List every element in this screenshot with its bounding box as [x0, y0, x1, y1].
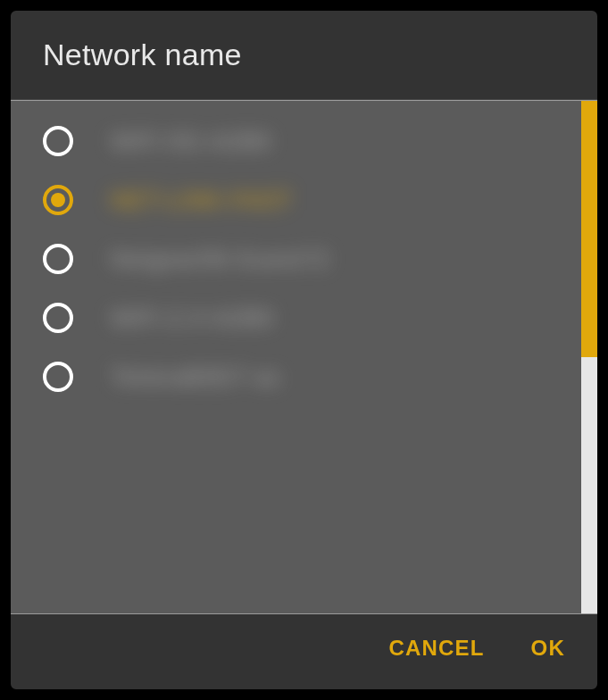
radio-icon[interactable] — [43, 185, 73, 215]
network-label: NET-LINK-FAST — [111, 187, 293, 214]
network-list-item[interactable]: WiFi-2.4-A2B9 — [11, 288, 581, 347]
network-list-item[interactable]: Netgear58-Guest72 — [11, 229, 581, 288]
radio-icon[interactable] — [43, 126, 73, 156]
dialog-title: Network name — [43, 38, 565, 72]
radio-icon[interactable] — [43, 244, 73, 274]
network-list-container: WiFi-5G-A2B9 NET-LINK-FAST Netgear58-Gue… — [11, 100, 597, 614]
network-label: WiFi-5G-A2B9 — [111, 128, 271, 155]
network-label: Netgear58-Guest72 — [111, 246, 329, 273]
network-label: TelstraB9D7-ac — [111, 363, 282, 391]
radio-icon[interactable] — [43, 303, 73, 333]
network-name-dialog: Network name WiFi-5G-A2B9 NET-LINK-FAST … — [9, 9, 599, 691]
network-list-item[interactable]: NET-LINK-FAST — [11, 171, 581, 229]
cancel-button[interactable]: CANCEL — [388, 636, 484, 661]
dialog-actions: CANCEL OK — [11, 614, 597, 689]
ok-button[interactable]: OK — [531, 636, 565, 661]
network-list[interactable]: WiFi-5G-A2B9 NET-LINK-FAST Netgear58-Gue… — [11, 101, 581, 613]
network-label: WiFi-2.4-A2B9 — [111, 304, 273, 332]
dialog-header: Network name — [11, 11, 597, 100]
scrollbar-track[interactable] — [581, 101, 597, 613]
network-list-item[interactable]: TelstraB9D7-ac — [11, 347, 581, 406]
radio-icon[interactable] — [43, 362, 73, 392]
network-list-item[interactable]: WiFi-5G-A2B9 — [11, 112, 581, 171]
scrollbar-thumb[interactable] — [581, 101, 597, 357]
